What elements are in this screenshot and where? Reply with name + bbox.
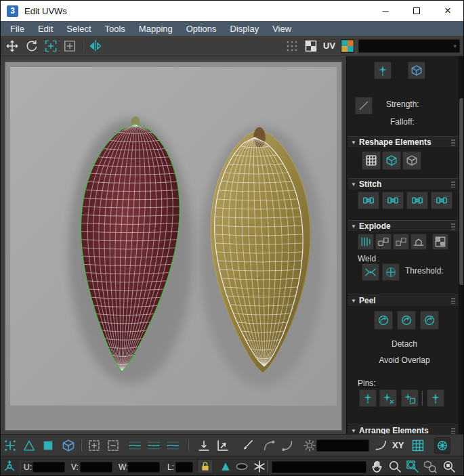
zoom-region-icon[interactable] — [406, 460, 419, 473]
select-gap-icon[interactable] — [166, 439, 180, 452]
panel-scrollbar[interactable] — [459, 56, 464, 434]
pin-button[interactable] — [359, 389, 377, 407]
uvw-gizmo-button[interactable] — [434, 437, 450, 454]
align-bottom-icon[interactable] — [197, 439, 211, 452]
l-value-field[interactable] — [175, 462, 193, 473]
v-value-field[interactable] — [80, 462, 112, 473]
pin-tool-button[interactable] — [427, 389, 444, 407]
threshold-label: Threshold: — [405, 266, 444, 276]
flatten-button[interactable] — [410, 234, 427, 250]
relative-mode-icon[interactable] — [219, 460, 232, 473]
freeze-icon[interactable] — [253, 460, 266, 473]
quick-peel-button[interactable] — [374, 311, 393, 330]
close-button[interactable]: × — [432, 1, 463, 21]
pin-region-button[interactable] — [401, 389, 419, 407]
edit-seams-button[interactable] — [420, 311, 439, 330]
unpin-button[interactable] — [379, 389, 397, 407]
menu-view[interactable]: View — [266, 22, 298, 35]
relax-grid-button[interactable] — [362, 151, 381, 170]
stitch-custom-icon — [362, 194, 375, 207]
toolbar-value-field[interactable] — [316, 439, 369, 452]
element-mode-icon[interactable] — [62, 439, 75, 452]
menu-display[interactable]: Display — [224, 22, 266, 35]
checker-pattern-icon[interactable] — [304, 39, 318, 53]
falloff-type-button[interactable] — [355, 97, 373, 114]
rotate-tool-icon[interactable] — [25, 39, 39, 53]
texture-dropdown[interactable]: ▾ — [358, 39, 460, 53]
zoom-extents-icon[interactable] — [423, 460, 437, 473]
freeform-mode-icon[interactable] — [44, 39, 58, 53]
texture-photo-background — [10, 67, 337, 406]
section-stitch[interactable]: ▼ Stitch — [348, 178, 458, 190]
select-ring-icon[interactable] — [147, 439, 161, 452]
target-weld-button[interactable] — [382, 263, 400, 281]
menu-mapping[interactable]: Mapping — [132, 22, 180, 35]
shrink-selection-icon[interactable] — [106, 439, 120, 452]
grow-selection-icon[interactable] — [87, 439, 101, 452]
smooth-curve-icon[interactable] — [375, 439, 388, 452]
paint-brush-icon — [377, 64, 389, 77]
flatten-icon — [413, 236, 425, 248]
zoom-region-tool-icon[interactable] — [63, 39, 77, 53]
align-corner-icon[interactable] — [216, 439, 230, 452]
stitch-source-button[interactable] — [406, 192, 428, 209]
snap-grid-icon[interactable] — [285, 39, 299, 53]
menu-tools[interactable]: Tools — [98, 22, 132, 35]
section-title: Arrange Elements — [359, 426, 429, 434]
stitch-average-button[interactable] — [382, 192, 404, 209]
edit-uvws-window: 3 Edit UVWs ─ × File Edit Select Tools M… — [0, 0, 464, 476]
bottom-toolbar: XY — [1, 434, 463, 456]
maximize-button[interactable] — [401, 1, 432, 21]
stitch-custom-button[interactable] — [358, 192, 379, 209]
paint-brush-button[interactable] — [374, 62, 392, 79]
flatten-checker-button[interactable] — [432, 234, 448, 250]
paint-select-icon[interactable] — [240, 439, 254, 452]
weld-selected-button[interactable] — [362, 263, 379, 281]
prompt-field[interactable] — [272, 461, 366, 473]
stitch-target-button[interactable] — [431, 192, 452, 209]
section-arrange-elements[interactable]: ▼ Arrange Elements — [348, 425, 458, 434]
menu-edit[interactable]: Edit — [31, 22, 60, 35]
stitch-average-icon — [387, 194, 399, 207]
reshape-cube-button[interactable] — [382, 151, 401, 170]
move-tool-icon[interactable] — [5, 39, 19, 53]
menu-file[interactable]: File — [3, 22, 31, 35]
grid-snap-icon[interactable] — [411, 439, 425, 452]
scrollbar-thumb[interactable] — [459, 98, 464, 285]
peel-mode-icon — [400, 314, 413, 326]
zoom-selected-icon[interactable] — [442, 460, 456, 473]
falloff-label: Falloff: — [390, 117, 415, 127]
pins-label: Pins: — [358, 378, 376, 388]
uv-viewport[interactable] — [5, 62, 342, 431]
edge-mode-icon[interactable] — [22, 439, 36, 452]
pan-hand-icon[interactable] — [371, 460, 384, 473]
menu-select[interactable]: Select — [60, 22, 98, 35]
reshape-cube-alt-button[interactable] — [402, 151, 421, 170]
shaded-toggle-icon[interactable] — [235, 460, 249, 473]
section-peel[interactable]: ▼ Peel — [348, 295, 458, 307]
relax-brush-button[interactable] — [408, 62, 425, 79]
vertex-mode-icon[interactable] — [3, 439, 17, 452]
mirror-icon[interactable] — [89, 39, 102, 53]
top-toolbar: UV ▾ — [1, 36, 463, 56]
explode-groups-button[interactable] — [375, 234, 392, 250]
uv-checker-icon[interactable] — [341, 39, 354, 53]
falloff-curve-icon — [358, 100, 370, 112]
peel-mode-button[interactable] — [397, 311, 416, 330]
options-gear-icon[interactable] — [303, 439, 316, 452]
minimize-button[interactable]: ─ — [370, 1, 401, 21]
explode-objects-button[interactable] — [393, 234, 409, 250]
falloff-hook-icon[interactable] — [262, 439, 276, 452]
u-value-field[interactable] — [33, 462, 65, 473]
explode-columns-button[interactable] — [358, 234, 374, 250]
lock-selection-button[interactable] — [197, 459, 213, 474]
w-value-field[interactable] — [127, 462, 160, 473]
zoom-icon[interactable] — [388, 460, 402, 473]
falloff-hook-alt-icon[interactable] — [281, 439, 295, 452]
menu-options[interactable]: Options — [180, 22, 224, 35]
section-reshape-elements[interactable]: ▼ Reshape Elements — [348, 136, 458, 148]
section-explode[interactable]: ▼ Explode — [348, 220, 458, 232]
polygon-mode-icon[interactable] — [41, 439, 55, 452]
axis-gizmo-icon[interactable] — [3, 460, 16, 473]
select-loop-icon[interactable] — [128, 439, 142, 452]
